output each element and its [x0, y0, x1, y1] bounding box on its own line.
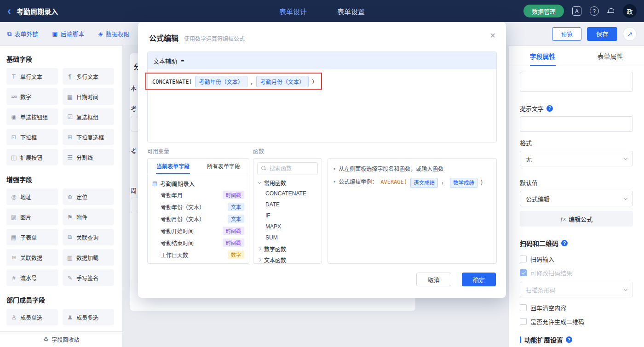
field-radio-group[interactable]: ◉ 单选按钮组: [6, 108, 58, 125]
tab-form-settings[interactable]: 表单设置: [337, 6, 365, 16]
variable-row[interactable]: 考勤年份（文本） 文本: [152, 201, 244, 213]
field-number[interactable]: 123 数字: [6, 88, 58, 105]
field-label: 数据加载: [76, 254, 98, 262]
variable-name: 考勤月份（文本）: [161, 215, 205, 223]
variable-row[interactable]: 考勤结束时间 时间戳: [152, 237, 244, 249]
function-group-common[interactable]: 常用函数: [253, 177, 322, 188]
function-item-concatenate[interactable]: CONCATENATE: [253, 188, 322, 199]
formula-editor-area[interactable]: CONCATENATE( 考勤年份（文本） , 考勤月份（文本） ): [148, 69, 496, 142]
save-button[interactable]: 保存: [587, 27, 617, 41]
tab-form-properties[interactable]: 表单属性: [576, 46, 644, 66]
field-pill-year[interactable]: 考勤年份（文本）: [195, 76, 247, 87]
field-dropdown[interactable]: ⊡ 下拉框: [6, 129, 58, 145]
variable-row[interactable]: 工作日天数 数字: [152, 249, 244, 261]
qr-help-icon[interactable]: ?: [561, 240, 568, 246]
help-panel: • 从左侧面板选择字段名和函数，或输入函数 • 公式编辑举例： AVERAGE(…: [328, 158, 497, 264]
edit-formula-button[interactable]: ƒx 编辑公式: [520, 211, 633, 227]
extension-help-icon[interactable]: ?: [566, 336, 572, 343]
function-token: CONCATENATE(: [152, 79, 192, 85]
translate-icon[interactable]: A: [572, 6, 581, 16]
field-address[interactable]: ◎ 地址: [6, 188, 58, 205]
field-member-multi[interactable]: ♟ 成员多选: [63, 309, 114, 325]
confirm-button[interactable]: 确定: [462, 273, 496, 286]
field-extend-button[interactable]: ◫ 扩展按钮: [6, 149, 58, 165]
field-attachment[interactable]: ⚑ 附件: [63, 209, 114, 225]
tab-field-properties[interactable]: 字段属性: [509, 46, 576, 66]
chevron-right-icon: [258, 247, 261, 250]
tab-current-form-fields[interactable]: 当前表单字段: [148, 159, 198, 174]
notification-bell-icon[interactable]: [607, 8, 615, 15]
variable-row[interactable]: 考勤月份（文本） 文本: [152, 213, 244, 225]
close-icon[interactable]: ✕: [490, 31, 496, 40]
type-badge: 文本: [228, 215, 244, 223]
field-data-load[interactable]: ▥ 数据加载: [63, 249, 114, 266]
member-fields-section: 部门成员字段 ♙ 成员单选 ♟ 成员多选: [6, 295, 116, 325]
function-search-input[interactable]: [270, 165, 314, 172]
function-item-mapx[interactable]: MAPX: [253, 221, 322, 232]
help-icon[interactable]: ?: [590, 6, 599, 16]
format-select[interactable]: 无: [520, 151, 633, 166]
field-datetime[interactable]: ▦ 日期时间: [63, 88, 114, 105]
variables-tree-root[interactable]: ▤ 考勤周期录入: [152, 178, 244, 189]
default-value-select[interactable]: 公式编辑: [520, 191, 633, 206]
backend-script-link[interactable]: ▣ 后端脚本: [52, 29, 84, 38]
cancel-button[interactable]: 取消: [416, 273, 451, 286]
multi-line-text-icon: ¶: [66, 73, 74, 80]
formula-target-strip: 文本辅助 =: [148, 52, 496, 69]
radio-icon: ◉: [10, 114, 17, 120]
function-item-sum[interactable]: SUM: [253, 232, 322, 243]
tab-all-form-fields[interactable]: 所有表单字段: [198, 159, 249, 174]
enter-clear-label: 回车清空内容: [530, 303, 566, 312]
qr-section-header: 扫码和二维码 ?: [520, 239, 633, 248]
hint-help-icon[interactable]: ?: [546, 105, 553, 112]
enhanced-fields-section: 增强字段 ◎ 地址 ⊕ 定位 ▨ 图片 ⚑ 附件 ▤ 子表单: [6, 175, 116, 286]
field-member-single[interactable]: ♙ 成员单选: [6, 309, 58, 325]
field-single-line-text[interactable]: T 单行文本: [6, 68, 58, 85]
field-multi-line-text[interactable]: ¶ 多行文本: [63, 68, 114, 85]
variable-row[interactable]: 考勤开始时间 时间戳: [152, 225, 244, 237]
function-group-math[interactable]: 数学函数: [253, 243, 322, 254]
extend-button-icon: ◫: [10, 154, 17, 161]
field-signature[interactable]: ✎ 手写签名: [63, 269, 114, 286]
hint-text-input[interactable]: [520, 116, 633, 132]
field-divider[interactable]: ☰ 分割线: [63, 149, 114, 165]
field-location[interactable]: ⊕ 定位: [63, 188, 114, 205]
field-linked-query[interactable]: ⧉ 关联查询: [63, 229, 114, 245]
back-chevron-icon[interactable]: ‹: [7, 6, 11, 17]
field-checkbox-group[interactable]: ☑ 复选框组: [63, 108, 114, 125]
scan-editable-label: 可修改扫码结果: [530, 268, 572, 277]
enter-clear-checkbox[interactable]: 回车清空内容: [520, 303, 633, 312]
checkbox-icon: [520, 256, 527, 262]
field-subform[interactable]: ▤ 子表单: [6, 229, 58, 245]
data-permission-link[interactable]: ◈ 数据权限: [98, 29, 130, 38]
scan-input-checkbox[interactable]: 扫码输入: [520, 254, 633, 263]
field-title-input[interactable]: [520, 72, 633, 92]
variable-name: 考勤年份（文本）: [161, 203, 205, 211]
scan-editable-checkbox[interactable]: 可修改扫码结果: [520, 268, 633, 277]
function-group-text[interactable]: 文本函数: [253, 254, 322, 264]
form-external-link[interactable]: ⧉ 表单外链: [7, 29, 38, 38]
tab-form-design[interactable]: 表单设计: [279, 6, 307, 16]
field-pill-month[interactable]: 考勤月份（文本）: [256, 76, 309, 87]
field-serial-number[interactable]: # 流水号: [6, 269, 58, 286]
field-label: 扩展按钮: [20, 154, 42, 161]
variable-row[interactable]: 考勤年月 时间戳: [152, 189, 244, 201]
formula-box: 文本辅助 = CONCATENATE( 考勤年份（文本） , 考勤月份（文本） …: [147, 51, 497, 142]
default-value-text: 默认值: [520, 178, 538, 187]
allow-qr-checkbox[interactable]: 是否允许生成二维码: [520, 317, 633, 326]
field-recycle-bin[interactable]: ♻ 字段回收站: [0, 331, 122, 347]
avatar[interactable]: 政: [623, 4, 637, 18]
function-item-date[interactable]: DATE: [253, 199, 322, 210]
formula-expression: CONCATENATE( 考勤年份（文本） , 考勤月份（文本） ): [152, 76, 315, 87]
modal-title: 公式编辑: [149, 32, 178, 43]
share-button[interactable]: ↗: [623, 27, 637, 41]
field-multi-dropdown[interactable]: ⊞ 下拉复选框: [63, 129, 114, 145]
function-item-if[interactable]: IF: [253, 210, 322, 221]
field-linked-data[interactable]: ⧈ 关联数据: [6, 249, 58, 266]
extension-section-title: 功能扩展设置: [524, 335, 563, 344]
field-image[interactable]: ▨ 图片: [6, 209, 58, 225]
preview-button[interactable]: 预览: [552, 27, 581, 41]
barcode-mode-select[interactable]: 扫描条形码: [520, 282, 633, 297]
data-manage-button[interactable]: 数据管理: [523, 5, 564, 17]
help-line-1: 从左侧面板选择字段名和函数，或输入函数: [339, 165, 443, 173]
